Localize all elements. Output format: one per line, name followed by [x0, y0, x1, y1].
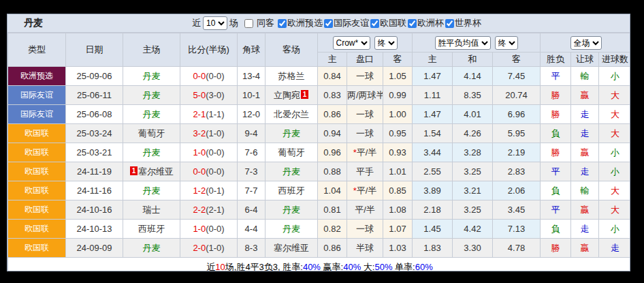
same-away-label: 同客 — [257, 17, 274, 29]
team-name: 丹麦 — [143, 109, 161, 119]
handicap-line: *平/半 — [347, 143, 383, 162]
avg-draw-odds: 4.01 — [453, 105, 493, 124]
result-cell: 平 — [541, 67, 571, 86]
half-time-score: (1-0) — [206, 243, 224, 253]
wdl-stage-select[interactable]: 终 — [495, 36, 518, 50]
col-header-type: 类型 — [8, 33, 66, 67]
corner-cell: 8-3 — [238, 239, 265, 258]
col-header-corner: 角球 — [238, 33, 265, 67]
summary-segment: 10 — [215, 262, 225, 271]
competition-filter-checkbox[interactable] — [324, 19, 333, 28]
half-time-score: (1-1) — [206, 109, 224, 119]
same-away-checkbox[interactable] — [244, 19, 253, 28]
score-cell: 5-0(3-0) — [180, 86, 238, 105]
team-name: 苏格兰 — [278, 71, 305, 81]
match-type-badge: 欧国联 — [8, 143, 66, 162]
competition-filter-checkbox[interactable] — [408, 19, 417, 28]
handicap-line: 半球 — [347, 239, 383, 258]
avg-home-odds: 1.47 — [413, 67, 453, 86]
avg-draw-odds: 4.14 — [453, 67, 493, 86]
col-header-home: 主场 — [123, 33, 180, 67]
handicap-home-odds: 0.84 — [318, 67, 347, 86]
match-type-badge: 国际友谊 — [8, 86, 66, 105]
handicap-line: 一球 — [347, 124, 383, 143]
avg-away-odds: 2.06 — [493, 181, 541, 200]
team-title: 丹麦 — [24, 17, 43, 29]
summary-segment: 50% — [374, 262, 392, 271]
handicap-result-cell: 贏 — [571, 86, 599, 105]
half-time-score: (3-0) — [206, 90, 224, 100]
recent-count-select[interactable]: 10 — [203, 16, 227, 30]
full-time-score: 2-2 — [193, 205, 206, 215]
match-row: 国际友谊25-06-08丹麦2-1(1-1)12-0北爱尔兰0.86一球1.00… — [8, 105, 631, 124]
home-team-cell: 西班牙 — [123, 220, 180, 239]
handicap-away-odds: 1.03 — [383, 239, 413, 258]
away-team-cell: 丹麦 — [265, 162, 318, 181]
handicap-line: *平/半 — [347, 181, 383, 200]
match-type-badge: 欧国联 — [8, 200, 66, 220]
avg-away-odds: 7.45 — [493, 67, 541, 86]
home-team-cell: 1塞尔维亚 — [123, 162, 180, 181]
away-team-cell: 丹麦 — [265, 220, 318, 239]
match-row: 欧国联24-10-16瑞士2-2(2-1)6-4丹麦0.81平/半1.082.1… — [8, 200, 631, 220]
goals-result-cell: 大 — [599, 181, 631, 200]
result-cell: 勝 — [541, 239, 571, 258]
match-type-badge: 欧国联 — [8, 220, 66, 239]
handicap-star: * — [353, 185, 357, 196]
match-table-body: 欧洲预选25-09-06丹麦0-0(0-0)13-4苏格兰0.84一球1.051… — [8, 67, 631, 258]
handicap-home-odds: 0.86 — [318, 105, 347, 124]
col-header-date: 日期 — [66, 33, 123, 67]
handicap-line: 平手 — [347, 162, 383, 181]
avg-draw-odds: 4.26 — [453, 124, 493, 143]
avg-draw-odds: 3.25 — [453, 162, 493, 181]
match-type-badge: 欧国联 — [8, 181, 66, 200]
recent-prefix-label: 近 — [192, 17, 201, 29]
goals-result-cell: 小 — [599, 67, 631, 86]
summary-segment: 近 — [206, 262, 215, 271]
col-header-goals-result: 进球数 — [599, 53, 631, 67]
half-time-score: (0-0) — [206, 166, 224, 177]
team-name: 丹麦 — [283, 205, 300, 215]
match-date: 24-10-16 — [66, 200, 123, 220]
team-name: 西班牙 — [138, 224, 165, 234]
corner-cell: 7-3 — [238, 162, 265, 181]
score-cell: 2-0(1-0) — [180, 239, 238, 258]
half-time-score: (0-1) — [206, 185, 224, 196]
handicap-star: * — [353, 147, 357, 158]
col-header-handicap-away: 客 — [383, 53, 413, 67]
corner-cell: 4-4 — [238, 220, 265, 239]
corner-cell: 13-4 — [238, 67, 265, 86]
col-header-result: 胜负 — [541, 53, 571, 67]
bookmaker-stage-select[interactable]: 终 — [374, 36, 398, 50]
match-date: 25-03-21 — [66, 143, 123, 162]
handicap-line: 一球 — [347, 67, 383, 86]
match-date: 25-06-08 — [66, 105, 123, 124]
bookmaker-select[interactable]: Crow* — [333, 36, 370, 50]
summary-segment: 赢率: — [321, 262, 343, 271]
col-header-avg-draw: 和 — [453, 53, 493, 67]
competition-filter-checkbox[interactable] — [370, 19, 379, 28]
match-row: 欧国联24-10-13西班牙1-0(0-0)4-4丹麦0.82一球1.071.4… — [8, 220, 631, 239]
team-name: 丹麦 — [283, 128, 300, 138]
wdl-average-select[interactable]: 胜平负均值 — [435, 36, 491, 50]
competition-filter: 欧洲杯 — [406, 17, 444, 29]
handicap-result-cell: 走 — [571, 124, 599, 143]
corner-cell: 7-6 — [238, 143, 265, 162]
half-time-score: (0-0) — [206, 224, 224, 234]
scope-select[interactable]: 全场 — [570, 36, 602, 50]
avg-home-odds: 3.89 — [413, 181, 453, 200]
competition-filter-checkbox[interactable] — [278, 19, 287, 28]
summary-segment: 单率: — [392, 262, 415, 271]
match-date: 24-09-09 — [66, 239, 123, 258]
half-time-score: (0-0) — [206, 71, 224, 81]
result-cell: 負 — [541, 181, 571, 200]
goals-result-cell: 大 — [599, 124, 631, 143]
team-name: 北爱尔兰 — [274, 109, 309, 119]
handicap-away-odds: 0.93 — [383, 143, 413, 162]
team-name: 丹麦 — [283, 224, 300, 234]
match-row: 国际友谊25-06-11丹麦5-0(3-0)10-1立陶宛10.83两/两球半0… — [8, 86, 631, 105]
match-row: 欧国联25-03-24葡萄牙3-2(1-0)9-4丹麦0.94一球0.951.5… — [8, 124, 631, 143]
team-name: 葡萄牙 — [278, 147, 305, 158]
toolbar: 丹麦 近 10 场 同客 欧洲预选国际友谊欧国联欧洲杯世界杯 — [7, 14, 630, 33]
competition-filter-checkbox[interactable] — [445, 19, 454, 28]
